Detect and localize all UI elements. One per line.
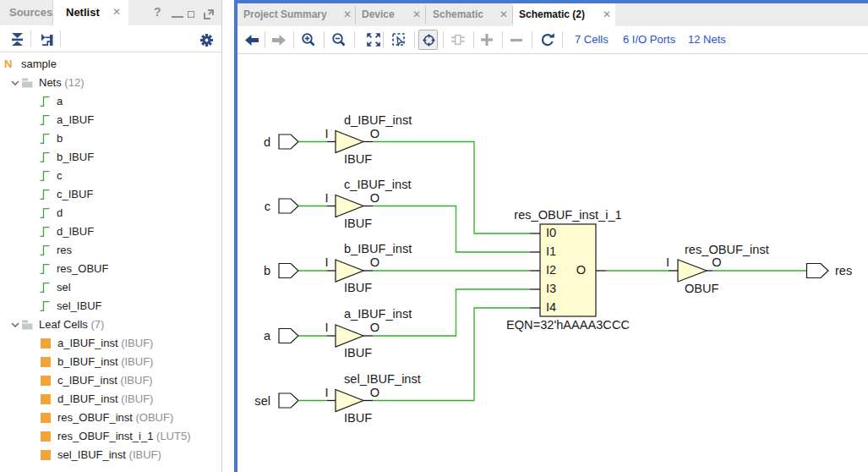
svg-text:I: I [325, 255, 328, 269]
svg-text:O: O [576, 263, 586, 277]
svg-text:I: I [325, 127, 328, 140]
svg-text:IBUF: IBUF [344, 346, 372, 359]
svg-text:O: O [370, 127, 379, 140]
svg-text:I: I [666, 255, 669, 269]
svg-text:I0: I0 [546, 226, 556, 239]
svg-text:b_IBUF_inst: b_IBUF_inst [344, 242, 412, 255]
svg-text:c_IBUF_inst: c_IBUF_inst [344, 178, 411, 191]
svg-text:O: O [370, 191, 379, 205]
svg-text:I: I [325, 386, 328, 399]
svg-text:O: O [370, 386, 379, 399]
svg-text:I3: I3 [546, 282, 556, 295]
svg-text:sel_IBUF_inst: sel_IBUF_inst [344, 372, 421, 386]
svg-text:IBUF: IBUF [344, 152, 372, 166]
svg-text:d_IBUF_inst: d_IBUF_inst [344, 113, 412, 127]
svg-text:IBUF: IBUF [344, 281, 372, 294]
svg-text:O: O [370, 321, 379, 334]
svg-text:IBUF: IBUF [344, 411, 372, 425]
svg-text:a: a [264, 329, 271, 343]
svg-text:sel: sel [254, 394, 270, 408]
svg-text:d: d [264, 135, 270, 149]
svg-text:O: O [712, 255, 721, 269]
svg-text:I1: I1 [546, 244, 556, 258]
svg-text:res: res [835, 264, 852, 277]
svg-text:I4: I4 [546, 300, 556, 314]
svg-text:O: O [370, 255, 379, 269]
svg-text:IBUF: IBUF [344, 217, 372, 230]
svg-text:res_OBUF_inst_i_1: res_OBUF_inst_i_1 [514, 208, 621, 222]
svg-text:I: I [325, 191, 328, 205]
svg-text:OBUF: OBUF [685, 282, 719, 295]
svg-text:a_IBUF_inst: a_IBUF_inst [344, 307, 412, 321]
svg-text:I: I [325, 321, 328, 334]
svg-text:EQN=32'hAAAA3CCC: EQN=32'hAAAA3CCC [506, 318, 630, 332]
svg-text:c: c [265, 200, 270, 213]
svg-text:b: b [264, 264, 270, 277]
svg-text:res_OBUF_inst: res_OBUF_inst [685, 243, 769, 256]
svg-text:I2: I2 [546, 263, 556, 277]
